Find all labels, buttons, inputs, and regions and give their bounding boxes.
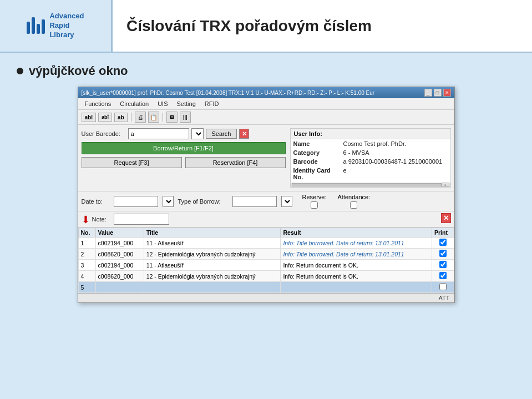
logo-text: Advanced Rapid Library (49, 12, 84, 40)
attendance-checkbox[interactable] (350, 201, 357, 209)
category-label: Category (291, 148, 341, 157)
toolbar-ab2-button[interactable]: ab (114, 113, 128, 122)
status-text: ATT (439, 295, 450, 301)
search-button[interactable]: Search (206, 129, 237, 139)
table-row[interactable]: 5 (78, 282, 454, 293)
menu-functions[interactable]: Functions (80, 99, 116, 108)
reserve-checkbox[interactable] (311, 201, 318, 209)
toolbar-abl-button[interactable]: abl (82, 113, 96, 122)
maximize-button[interactable]: □ (434, 89, 442, 97)
user-info-identity-row: Identity Card No. e (291, 166, 450, 181)
date-to-input[interactable] (114, 196, 158, 207)
date-dropdown[interactable] (163, 196, 174, 207)
cell-print (432, 238, 454, 249)
print-checkbox[interactable] (439, 283, 447, 290)
barcode-value: a 9203100-00036487-1 2510000001 (341, 157, 450, 166)
col-value: Value (95, 228, 144, 238)
category-value: 6 - MVSA (341, 148, 450, 157)
cell-no: 1 (78, 238, 95, 249)
type-of-borrow-input[interactable] (232, 196, 277, 207)
grid-icon[interactable]: ⊞ (166, 112, 178, 123)
action-buttons-row: Request [F3] Reservation [F4] (82, 157, 286, 168)
reserve-label: Reserve: (302, 194, 327, 200)
date-to-label: Date to: (82, 198, 109, 205)
toolbar-ab1-button[interactable]: abī (98, 113, 112, 122)
barcode-label: Barcode (291, 157, 341, 166)
cell-result: Info: Return document is OK. (281, 260, 432, 271)
toolbar-separator-2 (163, 113, 163, 122)
user-info-header: User Info: (291, 129, 450, 139)
title-area: Číslování TRX pořadovým číslem (111, 0, 532, 52)
identity-value: e (341, 166, 450, 181)
print-checkbox[interactable] (439, 261, 447, 268)
section-heading: výpůjčkové okno (29, 64, 128, 78)
barcode-icon[interactable]: ||| (180, 112, 191, 123)
menu-setting[interactable]: Setting (173, 99, 200, 108)
note-label: Note: (92, 216, 112, 223)
reservation-button[interactable]: Reservation [F4] (185, 157, 286, 168)
cell-print (432, 282, 454, 293)
table-row[interactable]: 3 c002194_000 11 - Atlaseušíř Info: Retu… (78, 260, 454, 271)
cell-title (144, 282, 281, 293)
identity-label: Identity Card No. (291, 166, 341, 181)
print-checkbox[interactable] (439, 250, 447, 257)
name-label: Name (291, 139, 341, 148)
table-row[interactable]: 2 c008620_000 12 - Epidemiológia vybraný… (78, 249, 454, 260)
cell-no: 2 (78, 249, 95, 260)
print-icon[interactable]: 🖨 (135, 112, 146, 123)
col-print: Print (432, 228, 454, 238)
cell-value: c002194_000 (95, 238, 144, 249)
main-content: výpůjčkové okno [slk_is_user*0000001] pr… (0, 53, 532, 314)
menu-rfid[interactable]: RFID (200, 99, 224, 108)
menu-uis[interactable]: UIS (153, 99, 172, 108)
clear-button[interactable]: ✕ (239, 129, 249, 139)
red-close-button[interactable]: ✕ (441, 213, 451, 223)
copy-icon[interactable]: 📋 (148, 112, 159, 123)
left-panel: User Barcode: Search ✕ Borrow/Return [F1… (82, 128, 286, 188)
attendance-checkbox-group: Attendance: (338, 194, 371, 209)
request-button[interactable]: Request [F3] (82, 157, 182, 168)
cell-title: 12 - Epidemiológia vybraných cudzokrajný (144, 249, 281, 260)
cell-title: 11 - Atlaseušíř (144, 238, 281, 249)
logo-box: Advanced Rapid Library (27, 12, 84, 40)
page-title: Číslování TRX pořadovým číslem (126, 17, 372, 35)
user-barcode-label: User Barcode: (82, 130, 126, 137)
col-title: Title (144, 228, 281, 238)
type-dropdown[interactable] (281, 196, 292, 207)
borrow-return-button[interactable]: Borrow/Return [F1/F2] (82, 142, 286, 154)
menu-circulation[interactable]: Circulation (115, 99, 153, 108)
win-controls: _ □ ✕ (424, 89, 451, 97)
user-barcode-row: User Barcode: Search ✕ (82, 128, 286, 139)
user-info-name-row: Name Cosmo Test prof. PhDr. (291, 139, 450, 148)
scrollbar[interactable]: › (291, 183, 450, 187)
right-panel: User Info: Name Cosmo Test prof. PhDr. C… (290, 128, 451, 188)
cell-no: 3 (78, 260, 95, 271)
menubar: Functions Circulation UIS Setting RFID (78, 98, 454, 110)
statusbar: ATT (78, 293, 454, 302)
reserve-checkbox-group: Reserve: (302, 194, 327, 209)
cell-result: Info: Title borrowed. Date of return: 13… (281, 249, 432, 260)
print-checkbox[interactable] (439, 272, 447, 279)
table-row[interactable]: 4 c008620_000 12 - Epidemiológia vybraný… (78, 271, 454, 282)
logo-stripes-icon (27, 17, 45, 34)
cell-value (95, 282, 144, 293)
down-arrow-icon: ⬇ (82, 214, 90, 226)
form-area: User Barcode: Search ✕ Borrow/Return [F1… (78, 125, 454, 191)
col-result: Result (281, 228, 432, 238)
header: Advanced Rapid Library Číslování TRX poř… (0, 0, 532, 53)
note-input[interactable] (114, 214, 169, 225)
cell-no: 4 (78, 271, 95, 282)
table-row[interactable]: 1 c002194_000 11 - Atlaseušíř Info: Titl… (78, 238, 454, 249)
cell-value: c002194_000 (95, 260, 144, 271)
bullet-heading: výpůjčkové okno (17, 64, 515, 78)
user-info-category-row: Category 6 - MVSA (291, 148, 450, 157)
user-barcode-input[interactable] (128, 128, 189, 139)
close-button[interactable]: ✕ (443, 89, 451, 97)
cell-result: Info: Return document is OK. (281, 271, 432, 282)
print-checkbox[interactable] (439, 239, 447, 246)
minimize-button[interactable]: _ (424, 89, 432, 97)
barcode-dropdown[interactable] (191, 128, 204, 139)
cell-title: 11 - Atlaseušíř (144, 260, 281, 271)
cell-title: 12 - Epidemiológia vybraných cudzokrajný (144, 271, 281, 282)
win-titlebar: [slk_is_user*0000001] prof. PhDr. Cosmo … (78, 87, 454, 98)
